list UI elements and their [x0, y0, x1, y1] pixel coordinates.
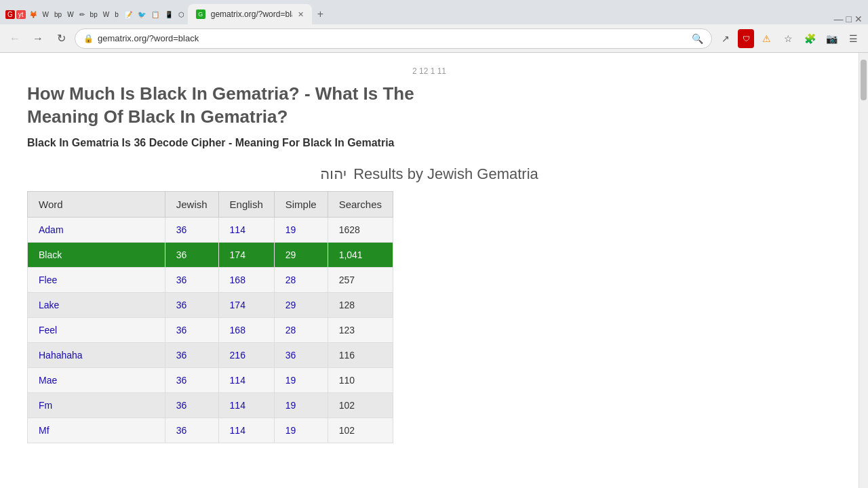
table-row: Hahahaha3621636116 [28, 342, 393, 367]
cell-english: 216 [218, 342, 274, 367]
cell-simple: 19 [274, 418, 328, 443]
simple-link[interactable]: 36 [285, 350, 296, 361]
simple-link[interactable]: 29 [285, 300, 296, 310]
browser-window: G yt 🦊 W bp W ✏ bp W b 📝 🐦 📋 📱 ⬡ G gemat… [0, 0, 868, 488]
share-button[interactable]: ↗ [716, 29, 735, 48]
jewish-link[interactable]: 36 [176, 224, 187, 235]
cell-simple: 19 [274, 217, 328, 242]
cell-searches: 110 [328, 367, 393, 392]
cell-simple: 36 [274, 342, 328, 367]
word-link[interactable]: Mf [39, 425, 50, 436]
cell-english: 174 [218, 242, 274, 267]
jewish-link[interactable]: 36 [176, 425, 187, 436]
warning-button[interactable]: ⚠ [757, 29, 776, 48]
cell-searches: 123 [328, 317, 393, 342]
col-header-english: English [218, 191, 274, 217]
cell-simple: 29 [274, 292, 328, 317]
menu-button[interactable]: ☰ [844, 29, 863, 48]
cell-searches: 116 [328, 342, 393, 367]
cell-word: Adam [28, 217, 165, 242]
jewish-link[interactable]: 36 [176, 350, 187, 361]
cell-simple: 19 [274, 367, 328, 392]
word-link[interactable]: Lake [39, 300, 59, 310]
jewish-link[interactable]: 36 [176, 249, 187, 260]
simple-link[interactable]: 19 [285, 375, 296, 386]
word-link[interactable]: Flee [39, 274, 57, 285]
tab-favicon: G [196, 9, 205, 19]
simple-link[interactable]: 28 [285, 325, 296, 336]
search-icon[interactable]: 🔍 [692, 33, 703, 44]
simple-link[interactable]: 29 [285, 249, 296, 260]
table-header-row: Word Jewish English Simple Searches [28, 191, 393, 217]
english-link[interactable]: 216 [230, 350, 245, 361]
shield-button[interactable]: 🛡 [738, 29, 754, 48]
bookmark-star-button[interactable]: ☆ [778, 29, 797, 48]
toolbar-icons: ↗ 🛡 ⚠ ☆ 🧩 📷 ☰ [716, 29, 863, 48]
english-link[interactable]: 114 [230, 224, 245, 235]
cell-english: 114 [218, 217, 274, 242]
jewish-link[interactable]: 36 [176, 274, 187, 285]
cell-english: 114 [218, 367, 274, 392]
english-link[interactable]: 114 [230, 400, 245, 411]
cell-english: 168 [218, 317, 274, 342]
cell-word: Feel [28, 317, 165, 342]
word-link[interactable]: Fm [39, 400, 52, 411]
cell-searches: 1628 [328, 217, 393, 242]
cell-searches: 257 [328, 267, 393, 292]
cell-searches: 102 [328, 418, 393, 443]
table-row: Mae3611419110 [28, 367, 393, 392]
english-link[interactable]: 114 [230, 425, 245, 436]
page-subtitle: Black In Gematria Is 36 Decode Cipher - … [27, 137, 434, 149]
table-row: Lake3617429128 [28, 292, 393, 317]
word-link[interactable]: Adam [39, 224, 64, 235]
extensions-button[interactable]: 🧩 [800, 29, 819, 48]
jewish-link[interactable]: 36 [176, 400, 187, 411]
security-icon: 🔒 [83, 34, 94, 43]
word-link[interactable]: Mae [39, 375, 57, 386]
cell-word: Hahahaha [28, 342, 165, 367]
reload-button[interactable]: ↻ [52, 29, 71, 48]
word-link[interactable]: Feel [39, 325, 57, 336]
word-link[interactable]: Black [39, 249, 62, 260]
english-link[interactable]: 174 [230, 249, 245, 260]
cell-word: Mae [28, 367, 165, 392]
results-table: Word Jewish English Simple Searches Adam… [27, 191, 393, 443]
scrollbar[interactable] [859, 53, 868, 488]
address-bar[interactable]: 🔒 gematrix.org/?word=black 🔍 [75, 28, 712, 49]
table-title: Results by Jewish Gematria [353, 165, 538, 183]
back-button[interactable]: ← [5, 29, 24, 48]
cell-word: Black [28, 242, 165, 267]
tab-close-button[interactable]: ✕ [298, 10, 304, 19]
active-tab[interactable]: G gematrix.org/?word=black ✕ [188, 4, 312, 24]
tab-label: gematrix.org/?word=black [211, 9, 292, 19]
english-link[interactable]: 174 [230, 300, 245, 310]
cell-searches: 128 [328, 292, 393, 317]
screenshot-button[interactable]: 📷 [822, 29, 841, 48]
cell-simple: 29 [274, 242, 328, 267]
simple-link[interactable]: 19 [285, 400, 296, 411]
jewish-link[interactable]: 36 [176, 375, 187, 386]
tab-bar: G yt 🦊 W bp W ✏ bp W b 📝 🐦 📋 📱 ⬡ G gemat… [0, 0, 868, 24]
cell-jewish: 36 [165, 342, 218, 367]
simple-link[interactable]: 28 [285, 274, 296, 285]
jewish-link[interactable]: 36 [176, 300, 187, 310]
scrollbar-thumb[interactable] [861, 60, 867, 100]
english-link[interactable]: 168 [230, 274, 245, 285]
page-content: 2 12 1 11 How Much Is Black In Gematria?… [0, 53, 868, 488]
url-text: gematrix.org/?word=black [98, 33, 688, 43]
cell-jewish: 36 [165, 367, 218, 392]
english-link[interactable]: 114 [230, 375, 245, 386]
jewish-link[interactable]: 36 [176, 325, 187, 336]
table-row: Fm3611419102 [28, 392, 393, 418]
cell-simple: 19 [274, 392, 328, 418]
simple-link[interactable]: 19 [285, 224, 296, 235]
table-row: Mf3611419102 [28, 418, 393, 443]
simple-link[interactable]: 19 [285, 425, 296, 436]
table-row: Black36174291,041 [28, 242, 393, 267]
col-header-word: Word [28, 191, 165, 217]
cell-jewish: 36 [165, 418, 218, 443]
word-link[interactable]: Hahahaha [39, 350, 83, 361]
forward-button[interactable]: → [28, 29, 47, 48]
english-link[interactable]: 168 [230, 325, 245, 336]
table-row: Flee3616828257 [28, 267, 393, 292]
